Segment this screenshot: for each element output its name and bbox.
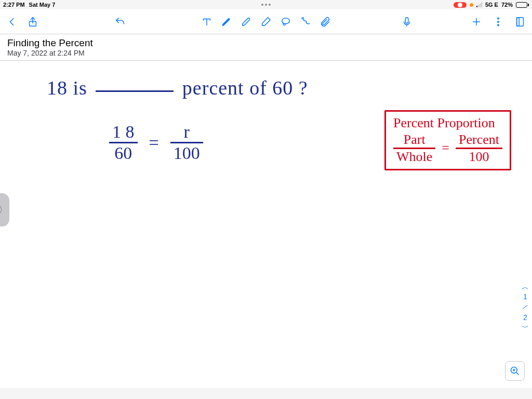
svg-rect-7 <box>517 17 520 26</box>
status-bar: 2:27 PM Sat May 7 5G E 72% <box>0 0 532 9</box>
svg-rect-2 <box>405 17 408 23</box>
side-panel-handle[interactable]: 〉 <box>0 193 9 227</box>
handwriting-question: 18 is percent of 60 ? <box>47 76 308 99</box>
shape-tool-button[interactable] <box>300 16 311 28</box>
page-separator: ∕ <box>523 303 527 311</box>
pen-tool-button[interactable] <box>221 16 232 28</box>
current-page: 1 <box>523 292 527 301</box>
chevron-up-icon[interactable]: ︿ <box>522 283 529 290</box>
cell-signal-icon <box>476 2 482 7</box>
share-button[interactable] <box>27 16 38 28</box>
page-layout-button[interactable] <box>514 16 526 28</box>
zoom-in-button[interactable] <box>505 361 525 381</box>
handwriting-formula-box: Percent Proportion Part Whole = Percent … <box>384 110 511 170</box>
mic-in-use-indicator <box>470 3 473 7</box>
multitask-indicator[interactable] <box>261 4 271 6</box>
note-timestamp: May 7, 2022 at 2:24 PM <box>7 49 525 57</box>
attachment-tool-button[interactable] <box>320 16 331 28</box>
svg-rect-6 <box>517 17 524 26</box>
total-pages: 2 <box>523 313 527 322</box>
note-canvas[interactable]: 〉 18 is percent of 60 ? 1 8 60 = r 100 P… <box>0 61 532 388</box>
magnifier-plus-icon <box>510 366 520 376</box>
status-date: Sat May 7 <box>29 2 56 8</box>
note-title[interactable]: Finding the Percent <box>7 37 525 49</box>
microphone-button[interactable] <box>401 16 413 28</box>
page-indicator[interactable]: ︿ 1 ∕ 2 ﹀ <box>522 283 529 331</box>
battery-icon <box>516 2 529 8</box>
svg-point-5 <box>498 24 499 26</box>
svg-point-1 <box>282 18 290 23</box>
chevron-right-icon: 〉 <box>0 204 8 216</box>
svg-point-4 <box>498 21 499 22</box>
highlighter-tool-button[interactable] <box>241 16 252 28</box>
text-tool-button[interactable] <box>201 16 212 28</box>
blank-underline <box>96 90 174 92</box>
add-button[interactable] <box>471 16 482 28</box>
network-label: 5G E <box>485 2 498 8</box>
lasso-tool-button[interactable] <box>280 16 291 28</box>
handwriting-equation: 1 8 60 = r 100 <box>109 123 203 162</box>
back-button[interactable] <box>6 16 18 28</box>
eraser-tool-button[interactable] <box>260 16 272 28</box>
status-time: 2:27 PM <box>3 2 25 8</box>
app-toolbar <box>0 9 532 34</box>
note-header: Finding the Percent May 7, 2022 at 2:24 … <box>0 34 532 61</box>
formula-title: Percent Proportion <box>393 116 502 131</box>
more-options-button[interactable] <box>493 16 504 28</box>
battery-percent: 72% <box>501 2 513 8</box>
undo-button[interactable] <box>114 16 126 28</box>
svg-point-3 <box>498 18 499 19</box>
chevron-down-icon[interactable]: ﹀ <box>522 324 529 331</box>
screen-recording-indicator[interactable] <box>454 2 467 8</box>
